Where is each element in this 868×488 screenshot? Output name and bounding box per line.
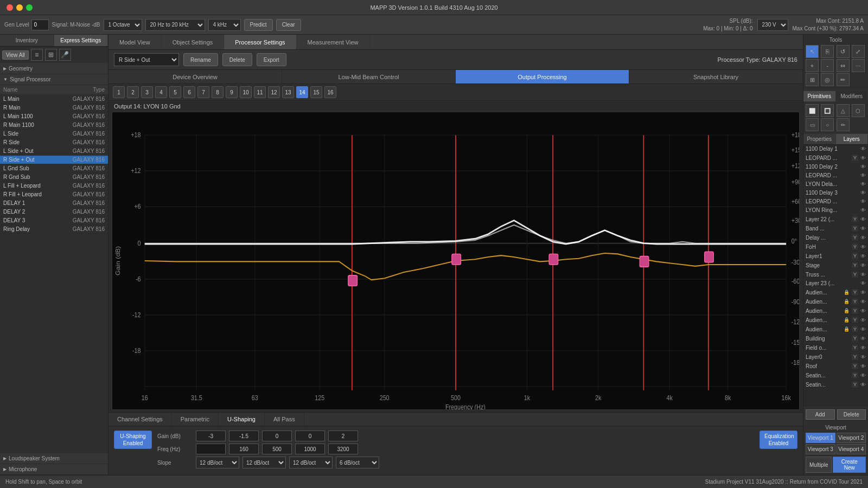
output-3-btn[interactable]: 3: [141, 86, 153, 98]
box-prim-btn[interactable]: ⬜: [806, 104, 819, 117]
close-button[interactable]: [7, 4, 13, 11]
hex-prim-btn[interactable]: ⬡: [852, 104, 865, 117]
layer-item-layer22[interactable]: Layer 22 (...Y👁: [803, 215, 868, 224]
view-all-button[interactable]: View All: [2, 50, 29, 60]
output-14-btn[interactable]: 14: [296, 86, 308, 98]
layer-item-audien1[interactable]: Audien...🔒Y👁: [803, 288, 868, 297]
sub-tab-lowmid-beam[interactable]: Low-Mid Beam Control: [282, 70, 456, 84]
output-12-btn[interactable]: 12: [268, 86, 280, 98]
gain-input-2[interactable]: [229, 431, 259, 441]
output-13-btn[interactable]: 13: [282, 86, 294, 98]
circle-prim-btn[interactable]: ○: [821, 118, 834, 131]
output-4-btn[interactable]: 4: [155, 86, 167, 98]
tab-processor-settings[interactable]: Processor Settings: [224, 35, 296, 49]
layer-item-leopard2[interactable]: LEOPARD ...👁: [803, 171, 868, 180]
gain-input-1[interactable]: [196, 431, 226, 441]
signal-processor-section-header[interactable]: ▼ Signal Processor: [0, 74, 108, 85]
sidebar-tab-express[interactable]: Express Settings: [54, 35, 108, 46]
tab-model-view[interactable]: Model View: [108, 35, 162, 49]
viewport-1-button[interactable]: Viewport 1: [806, 433, 835, 443]
rect-prim-btn[interactable]: ▭: [806, 118, 819, 131]
rename-button[interactable]: Rename: [183, 53, 218, 66]
layer-item-seatin1[interactable]: Seatin...Y👁: [803, 371, 868, 380]
freq-input-5[interactable]: [328, 444, 358, 454]
multiple-button[interactable]: Multiple: [806, 457, 832, 473]
bottom-tab-parametric[interactable]: Parametric: [172, 413, 219, 426]
sp-row-lmain[interactable]: L MainGALAXY 816: [0, 95, 108, 104]
sp-row-rside[interactable]: R SideGALAXY 816: [0, 138, 108, 147]
viewport-3-button[interactable]: Viewport 3: [806, 444, 835, 454]
bottom-tab-channel[interactable]: Channel Settings: [108, 413, 172, 426]
output-8-btn[interactable]: 8: [212, 86, 224, 98]
output-6-btn[interactable]: 6: [183, 86, 195, 98]
sp-row-rgndsub[interactable]: R Gnd SubGALAXY 816: [0, 173, 108, 182]
sidebar-tab-inventory[interactable]: Inventory: [0, 35, 54, 46]
output-11-btn[interactable]: 11: [254, 86, 266, 98]
triangle-prim-btn[interactable]: △: [837, 104, 850, 117]
sp-row-rfillleopard[interactable]: R Fill + LeopardGALAXY 816: [0, 190, 108, 199]
more-tool-button[interactable]: ···: [852, 59, 865, 72]
sp-row-delay1[interactable]: DELAY 1GALAXY 816: [0, 199, 108, 208]
export-button[interactable]: Export: [257, 53, 286, 66]
layer-item-audien2[interactable]: Audien...🔒Y👁: [803, 297, 868, 306]
layer-item-lyonring[interactable]: LYON Ring...👁: [803, 206, 868, 215]
maximize-button[interactable]: [26, 4, 33, 11]
list-view-button[interactable]: ≡: [31, 49, 43, 61]
layer-item-fieldo[interactable]: Field o...Y👁: [803, 343, 868, 352]
modifiers-tab[interactable]: Modifiers: [836, 91, 869, 101]
output-9-btn[interactable]: 9: [226, 86, 238, 98]
freq-range-select[interactable]: 20 Hz to 20 kHz: [145, 19, 205, 31]
zoom-in-tool-button[interactable]: +: [806, 59, 819, 72]
undo-tool-button[interactable]: ↺: [837, 45, 850, 58]
sub-tab-output-processing[interactable]: Output Processing: [456, 70, 629, 84]
predict-button[interactable]: Predict: [244, 19, 273, 31]
pencil-prim-btn[interactable]: ✏: [837, 118, 850, 131]
sp-row-rmain1100[interactable]: R Main 1100GALAXY 816: [0, 121, 108, 130]
sub-tab-device-overview[interactable]: Device Overview: [108, 70, 282, 84]
slope-select-2[interactable]: 12 dB/oct: [242, 457, 286, 468]
sp-row-delay3[interactable]: DELAY 3GALAXY 816: [0, 216, 108, 225]
eq-enabled-button[interactable]: EqualizationEnabled: [760, 431, 797, 449]
layer-item-1100delay1[interactable]: 1100 Delay 1👁: [803, 145, 868, 153]
gain-input-3[interactable]: [262, 431, 292, 441]
delete-button[interactable]: Delete: [222, 53, 252, 66]
sub-tab-snapshot-library[interactable]: Snapshot Library: [629, 70, 803, 84]
gain-input-5[interactable]: [328, 431, 358, 441]
sp-row-lfillleopard[interactable]: L Fill + LeopardGALAXY 816: [0, 182, 108, 190]
layer-item-audien3[interactable]: Audien...🔒Y👁: [803, 306, 868, 316]
layer-item-roof[interactable]: RoofY👁: [803, 362, 868, 371]
layer-item-band[interactable]: Band ...Y👁: [803, 224, 868, 233]
layer-item-delay[interactable]: Delay ...Y👁: [803, 233, 868, 242]
grid-view-button[interactable]: ⊞: [45, 49, 57, 61]
pan-tool-button[interactable]: ⇔: [837, 59, 850, 72]
layer-item-1100delay2[interactable]: 1100 Delay 2👁: [803, 163, 868, 171]
octave-select[interactable]: 1 Octave: [104, 19, 142, 31]
grid-tool-button[interactable]: ⊞: [806, 73, 819, 86]
slope-select-4[interactable]: 6 dB/oct: [336, 457, 379, 468]
sp-row-delay2[interactable]: DELAY 2GALAXY 816: [0, 208, 108, 216]
layers-delete-button[interactable]: Delete: [837, 409, 866, 420]
sp-row-lmain1100[interactable]: L Main 1100GALAXY 816: [0, 112, 108, 121]
output-5-btn[interactable]: 5: [169, 86, 181, 98]
layer-item-stage[interactable]: StageY👁: [803, 261, 868, 270]
geometry-section[interactable]: ▶ Geometry: [0, 63, 108, 74]
output-10-btn[interactable]: 10: [240, 86, 252, 98]
viewport-4-button[interactable]: Viewport 4: [837, 444, 866, 454]
slope-select-1[interactable]: 12 dB/oct: [196, 457, 239, 468]
ushaping-enabled-button[interactable]: U-ShapingEnabled: [114, 431, 152, 449]
processor-select[interactable]: R Side + Out: [114, 53, 179, 66]
layer-item-1100delay3[interactable]: 1100 Delay 3👁: [803, 189, 868, 197]
bottom-tab-ushaping[interactable]: U-Shaping: [219, 413, 265, 426]
cube-prim-btn[interactable]: 🔳: [821, 104, 834, 117]
layers-add-button[interactable]: Add: [806, 409, 835, 420]
clear-button[interactable]: Clear: [276, 19, 301, 31]
output-15-btn[interactable]: 15: [310, 86, 322, 98]
layer-item-layer0[interactable]: Layer0Y👁: [803, 352, 868, 362]
layer-item-truss[interactable]: Truss ...Y👁: [803, 270, 868, 279]
layer-item-audien4[interactable]: Audien...🔒Y👁: [803, 316, 868, 325]
output-1-btn[interactable]: 1: [113, 86, 125, 98]
layer-item-foh[interactable]: FoHY👁: [803, 242, 868, 252]
sp-row-lgndsub[interactable]: L Gnd SubGALAXY 816: [0, 164, 108, 173]
expand-tool-button[interactable]: ⤢: [852, 45, 865, 58]
microphone-section[interactable]: ▶ Microphone: [0, 464, 108, 475]
